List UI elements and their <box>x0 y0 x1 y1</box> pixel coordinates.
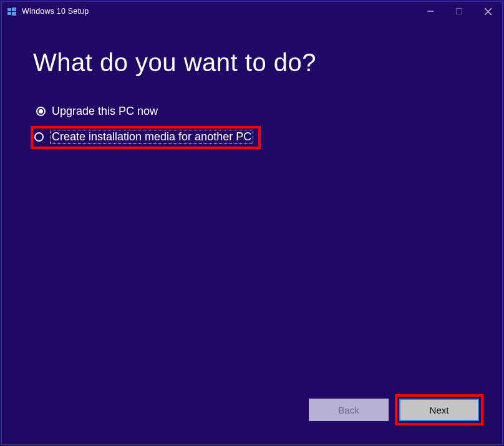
window-controls <box>416 2 502 21</box>
svg-rect-3 <box>12 12 16 16</box>
svg-rect-2 <box>7 12 11 15</box>
option-upgrade-now[interactable]: Upgrade this PC now <box>33 102 471 121</box>
option-label: Create installation media for another PC <box>50 130 253 144</box>
page-heading: What do you want to do? <box>33 49 471 77</box>
options-group: Upgrade this PC now Create installation … <box>33 102 471 149</box>
close-button[interactable] <box>473 2 502 21</box>
next-button-highlight: Next <box>395 394 483 425</box>
footer: Back Next <box>2 394 502 444</box>
titlebar: Windows 10 Setup <box>2 2 502 21</box>
svg-rect-1 <box>12 7 16 11</box>
content-area: What do you want to do? Upgrade this PC … <box>2 21 502 394</box>
maximize-button <box>445 2 473 21</box>
next-button[interactable]: Next <box>399 399 479 421</box>
svg-rect-5 <box>457 9 462 14</box>
option-label: Upgrade this PC now <box>52 105 158 118</box>
back-button: Back <box>309 399 389 421</box>
window-title: Windows 10 Setup <box>22 7 416 16</box>
minimize-button[interactable] <box>416 2 445 21</box>
svg-rect-0 <box>7 8 11 11</box>
radio-icon <box>36 107 46 116</box>
app-icon <box>7 6 17 16</box>
setup-window: Windows 10 Setup What do you want to do?… <box>1 1 503 445</box>
radio-icon <box>34 132 44 142</box>
option-create-media[interactable]: Create installation media for another PC <box>31 126 261 149</box>
